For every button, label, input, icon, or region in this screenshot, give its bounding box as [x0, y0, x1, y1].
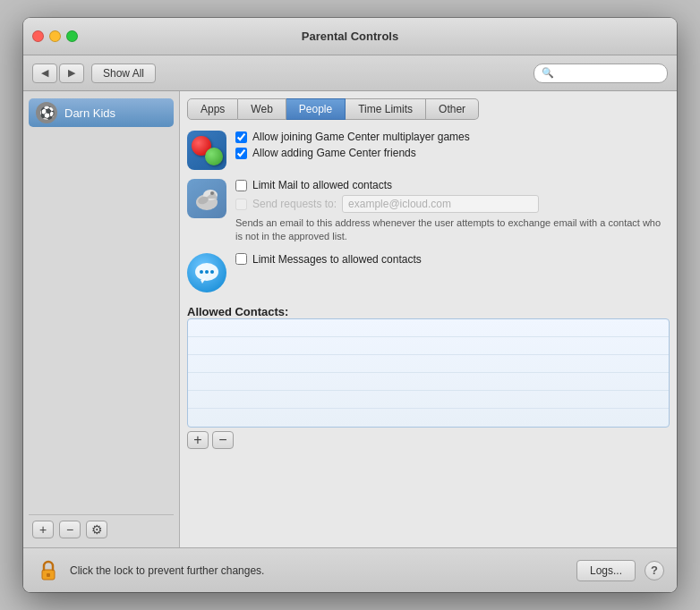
- traffic-lights: [32, 30, 78, 42]
- remove-contact-button[interactable]: −: [212, 431, 234, 449]
- lock-text: Click the lock to prevent further change…: [70, 564, 568, 577]
- contact-row-5: [188, 391, 669, 409]
- game-center-icon: [187, 131, 226, 170]
- tab-apps[interactable]: Apps: [187, 98, 238, 120]
- contact-row-1: [188, 319, 669, 337]
- contact-row-3: [188, 355, 669, 373]
- allow-multiplayer-label: Allow joining Game Center multiplayer ga…: [252, 131, 470, 143]
- search-input[interactable]: [558, 67, 660, 80]
- nav-buttons: ◀ ▶: [32, 64, 84, 83]
- titlebar: Parental Controls: [23, 18, 677, 55]
- svg-point-4: [210, 191, 214, 195]
- content-area: Allow joining Game Center multiplayer ga…: [187, 131, 670, 540]
- lock-icon: [38, 559, 58, 582]
- user-avatar: ⚽: [36, 102, 57, 123]
- tab-other[interactable]: Other: [426, 98, 479, 120]
- svg-point-8: [210, 270, 214, 274]
- forward-button[interactable]: ▶: [59, 64, 84, 83]
- maximize-button[interactable]: [66, 30, 78, 42]
- main-content: ⚽ Darn Kids + − ⚙ Apps Web People: [23, 91, 677, 547]
- add-contact-button[interactable]: +: [187, 431, 209, 449]
- game-center-checkboxes: Allow joining Game Center multiplayer ga…: [235, 131, 670, 159]
- settings-button[interactable]: ⚙: [86, 521, 107, 538]
- limit-mail-label: Limit Mail to allowed contacts: [252, 179, 392, 191]
- limit-messages-checkbox[interactable]: [235, 253, 247, 265]
- send-requests-checkbox[interactable]: [235, 199, 247, 210]
- game-center-section: Allow joining Game Center multiplayer ga…: [187, 131, 670, 170]
- tab-web[interactable]: Web: [238, 98, 286, 120]
- back-button[interactable]: ◀: [32, 64, 57, 83]
- gc-ball-green: [205, 148, 223, 165]
- bottom-bar: Click the lock to prevent further change…: [23, 547, 677, 592]
- limit-messages-row: Limit Messages to allowed contacts: [235, 253, 670, 266]
- sidebar-item-darnkids[interactable]: ⚽ Darn Kids: [29, 98, 174, 127]
- logs-button[interactable]: Logs...: [576, 560, 636, 581]
- svg-point-7: [205, 270, 209, 274]
- tab-time-limits[interactable]: Time Limits: [346, 98, 426, 120]
- mail-description: Sends an email to this address whenever …: [235, 216, 670, 244]
- limit-messages-label: Limit Messages to allowed contacts: [252, 253, 422, 266]
- limit-mail-row: Limit Mail to allowed contacts: [235, 179, 670, 191]
- allow-friends-checkbox[interactable]: [235, 148, 247, 159]
- allow-multiplayer-row: Allow joining Game Center multiplayer ga…: [235, 131, 670, 143]
- sidebar-user-name: Darn Kids: [64, 106, 115, 120]
- contact-row-2: [188, 337, 669, 355]
- allow-friends-label: Allow adding Game Center friends: [252, 147, 416, 159]
- sidebar-bottom: + − ⚙: [29, 514, 174, 540]
- contact-row-4: [188, 373, 669, 391]
- messages-icon-svg: [193, 260, 220, 285]
- messages-icon: [187, 253, 226, 292]
- send-requests-label: Send requests to:: [252, 198, 337, 210]
- remove-user-button[interactable]: −: [59, 521, 81, 538]
- allow-friends-row: Allow adding Game Center friends: [235, 147, 670, 159]
- minimize-button[interactable]: [49, 30, 61, 42]
- search-box: 🔍: [534, 64, 668, 83]
- allowed-contacts-label: Allowed Contacts:: [187, 305, 670, 318]
- mail-icon: [187, 179, 226, 218]
- messages-checkboxes: Limit Messages to allowed contacts: [235, 253, 670, 266]
- svg-point-6: [200, 270, 203, 274]
- right-panel: Apps Web People Time Limits Other: [180, 91, 677, 547]
- messages-section: Limit Messages to allowed contacts: [187, 253, 670, 292]
- lock-icon-wrapper[interactable]: [36, 558, 61, 583]
- search-icon: 🔍: [542, 67, 554, 79]
- window-title: Parental Controls: [302, 30, 398, 43]
- allow-multiplayer-checkbox[interactable]: [235, 131, 247, 143]
- send-requests-row: Send requests to:: [235, 195, 670, 213]
- limit-mail-checkbox[interactable]: [235, 180, 247, 191]
- tab-bar: Apps Web People Time Limits Other: [187, 98, 670, 120]
- contacts-list: [187, 318, 670, 428]
- send-requests-email-input[interactable]: [342, 195, 539, 213]
- main-window: Parental Controls ◀ ▶ Show All 🔍 ⚽ Darn …: [23, 18, 677, 592]
- svg-rect-11: [47, 573, 50, 577]
- add-user-button[interactable]: +: [32, 521, 54, 538]
- show-all-button[interactable]: Show All: [91, 64, 156, 83]
- help-button[interactable]: ?: [645, 561, 664, 580]
- sidebar: ⚽ Darn Kids + − ⚙: [23, 91, 180, 547]
- allowed-contacts-section: Allowed Contacts: + −: [187, 301, 670, 449]
- toolbar: ◀ ▶ Show All 🔍: [23, 55, 677, 91]
- mail-icon-svg: [191, 182, 223, 215]
- tab-people[interactable]: People: [286, 98, 346, 120]
- contact-row-6: [188, 409, 669, 427]
- close-button[interactable]: [32, 30, 44, 42]
- contacts-actions: + −: [187, 431, 670, 449]
- mail-section: Limit Mail to allowed contacts Send requ…: [187, 179, 670, 244]
